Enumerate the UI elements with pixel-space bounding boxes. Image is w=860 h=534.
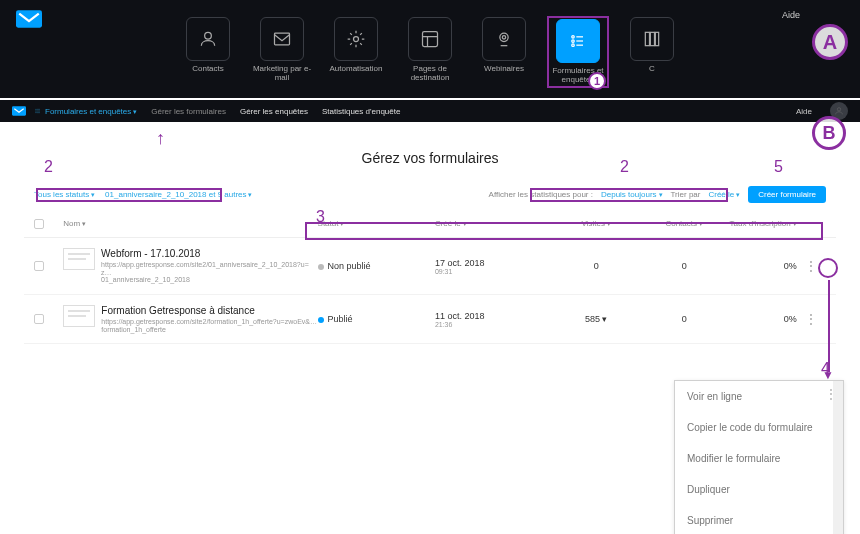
nav-automation[interactable]: Automatisation bbox=[326, 17, 386, 74]
app-logo-small[interactable] bbox=[12, 106, 26, 116]
popup-dots-icon: ⋮ bbox=[825, 387, 837, 401]
filter-bar: Tous les statuts 01_anniversaire_2_10_20… bbox=[24, 186, 836, 211]
rate-value: 0% bbox=[728, 261, 796, 271]
row-checkbox[interactable] bbox=[34, 261, 44, 271]
popup-duplicate[interactable]: Dupliquer bbox=[675, 474, 843, 505]
sub-menu-dropdown[interactable]: Formulaires et enquêtes bbox=[34, 107, 137, 116]
form-list: 01_anniversaire_2_10_2018 bbox=[101, 276, 317, 284]
app-logo[interactable] bbox=[16, 10, 42, 28]
sub-survey-stats[interactable]: Statistiques d'enquête bbox=[322, 107, 400, 116]
created-time: 21:36 bbox=[435, 321, 552, 328]
popup-copy-code[interactable]: Copier le code du formulaire bbox=[675, 412, 843, 443]
form-url: https://app.getresponse.com/site2/format… bbox=[101, 318, 317, 326]
nav-webinars[interactable]: Webinaires bbox=[474, 17, 534, 74]
row-actions-button[interactable]: ⋮ bbox=[805, 312, 817, 326]
annotation-num-2: 2 bbox=[44, 158, 53, 176]
filter-statuses[interactable]: Tous les statuts bbox=[34, 190, 95, 199]
main-nav: Contacts Marketing par e-mail Automatisa… bbox=[178, 17, 682, 87]
forms-table: Nom Statut Créé le Visites Contacts Taux… bbox=[24, 211, 836, 344]
col-rate-header[interactable]: Taux d'inscription bbox=[728, 219, 796, 229]
visits-value[interactable]: 585 ▾ bbox=[552, 314, 640, 324]
annotation-num-1: 1 bbox=[588, 72, 606, 90]
col-created-header[interactable]: Créé le bbox=[435, 219, 552, 229]
created-date: 17 oct. 2018 bbox=[435, 258, 552, 268]
svg-rect-4 bbox=[423, 32, 438, 47]
annotation-arrow-line bbox=[828, 280, 830, 372]
popup-view-online[interactable]: Voir en ligne bbox=[675, 381, 843, 412]
nav-crm[interactable]: C bbox=[622, 17, 682, 74]
filter-right: Afficher les statistiques pour : Depuis … bbox=[489, 186, 826, 203]
nav-label: Contacts bbox=[192, 65, 224, 74]
columns-icon bbox=[630, 17, 674, 61]
filter-left: Tous les statuts 01_anniversaire_2_10_20… bbox=[34, 190, 253, 199]
svg-point-17 bbox=[837, 108, 840, 111]
layout-icon bbox=[408, 17, 452, 61]
nav-label: Marketing par e-mail bbox=[252, 65, 312, 83]
sub-manage-forms[interactable]: Gérer les formulaires bbox=[151, 107, 226, 116]
stats-label: Afficher les statistiques pour : bbox=[489, 190, 593, 199]
created-date: 11 oct. 2018 bbox=[435, 311, 552, 321]
page-title: Gérez vos formulaires bbox=[24, 150, 836, 166]
nav-landing-pages[interactable]: Pages de destination bbox=[400, 17, 460, 83]
sort-select[interactable]: Créé le bbox=[708, 190, 740, 199]
svg-point-1 bbox=[205, 33, 212, 40]
nav-label: C bbox=[649, 65, 655, 74]
nav-label: Automatisation bbox=[330, 65, 383, 74]
sub-manage-surveys[interactable]: Gérer les enquêtes bbox=[240, 107, 308, 116]
nav-email-marketing[interactable]: Marketing par e-mail bbox=[252, 17, 312, 83]
col-status-header[interactable]: Statut bbox=[318, 219, 435, 229]
form-thumbnail bbox=[63, 248, 95, 270]
annotation-num-5: 5 bbox=[774, 158, 783, 176]
annotation-num-2b: 2 bbox=[620, 158, 629, 176]
popup-edit-form[interactable]: Modifier le formulaire bbox=[675, 443, 843, 474]
rate-value: 0% bbox=[728, 314, 796, 324]
popup-scrollbar[interactable] bbox=[833, 381, 843, 534]
form-thumbnail bbox=[63, 305, 95, 327]
gear-icon bbox=[334, 17, 378, 61]
svg-rect-13 bbox=[12, 106, 26, 115]
col-name-header[interactable]: Nom bbox=[63, 219, 317, 229]
nav-label: Pages de destination bbox=[400, 65, 460, 83]
contacts-value: 0 bbox=[640, 314, 728, 324]
table-row: Formation Getresponse à distance https:/… bbox=[24, 295, 836, 344]
contacts-icon bbox=[186, 17, 230, 61]
svg-rect-10 bbox=[645, 33, 649, 46]
svg-point-14 bbox=[36, 109, 37, 110]
stats-period-select[interactable]: Depuis toujours bbox=[601, 190, 663, 199]
row-actions-menu: ⋮ Voir en ligne Copier le code du formul… bbox=[674, 380, 844, 534]
create-form-button[interactable]: Créer formulaire bbox=[748, 186, 826, 203]
svg-point-6 bbox=[502, 36, 505, 39]
svg-point-5 bbox=[500, 33, 508, 41]
annotation-circle-actions bbox=[818, 258, 838, 278]
help-link-top[interactable]: Aide bbox=[782, 10, 800, 20]
help-link-sub[interactable]: Aide bbox=[796, 107, 812, 116]
created-time: 09:31 bbox=[435, 268, 552, 275]
webcam-icon bbox=[482, 17, 526, 61]
svg-rect-2 bbox=[275, 33, 290, 45]
sub-header: Formulaires et enquêtes Gérer les formul… bbox=[0, 98, 860, 122]
annotation-badge-a: A bbox=[812, 24, 848, 60]
popup-delete[interactable]: Supprimer bbox=[675, 505, 843, 534]
table-header: Nom Statut Créé le Visites Contacts Taux… bbox=[24, 211, 836, 238]
svg-point-16 bbox=[36, 112, 37, 113]
svg-point-3 bbox=[354, 37, 359, 42]
svg-point-9 bbox=[572, 44, 575, 47]
form-title[interactable]: Formation Getresponse à distance bbox=[101, 305, 317, 316]
svg-point-7 bbox=[572, 36, 575, 39]
nav-contacts[interactable]: Contacts bbox=[178, 17, 238, 74]
visits-value: 0 bbox=[552, 261, 640, 271]
col-visits-header[interactable]: Visites bbox=[552, 219, 640, 229]
list-icon bbox=[556, 19, 600, 63]
filter-lists[interactable]: 01_anniversaire_2_10_2018 et 9 autres bbox=[105, 190, 252, 199]
select-all-checkbox[interactable] bbox=[34, 219, 44, 229]
row-checkbox[interactable] bbox=[34, 314, 44, 324]
row-actions-button[interactable]: ⋮ bbox=[805, 259, 817, 273]
annotation-num-3: 3 bbox=[316, 208, 325, 226]
form-title[interactable]: Webform - 17.10.2018 bbox=[101, 248, 317, 259]
svg-rect-11 bbox=[650, 33, 654, 46]
col-contacts-header[interactable]: Contacts bbox=[640, 219, 728, 229]
envelope-icon bbox=[260, 17, 304, 61]
status-text: Non publié bbox=[328, 261, 371, 271]
top-header: Aide Contacts Marketing par e-mail Autom… bbox=[0, 0, 860, 98]
svg-rect-12 bbox=[655, 33, 658, 46]
